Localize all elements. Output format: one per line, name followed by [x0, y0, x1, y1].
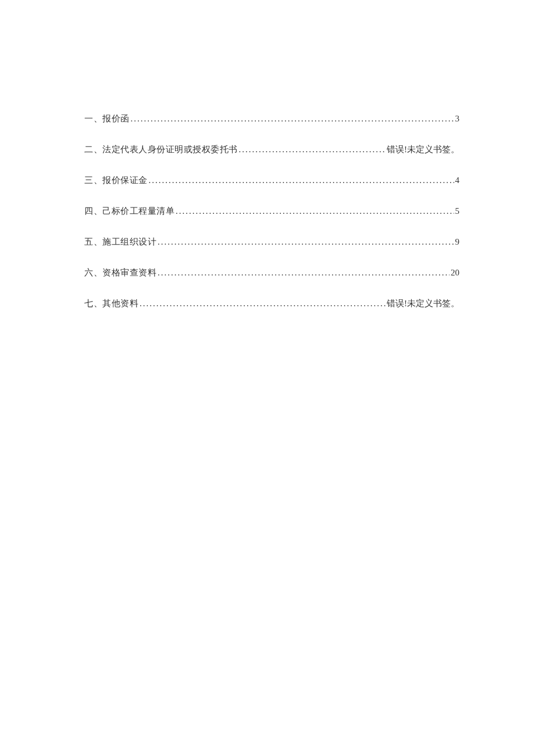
toc-leader-dots [176, 206, 454, 216]
toc-label: 四、己标价工程量清单 [84, 206, 174, 217]
toc-page-number: 3 [455, 114, 460, 124]
toc-entry: 四、己标价工程量清单 5 [84, 206, 459, 217]
toc-label: 三、报价保证金 [84, 175, 148, 186]
toc-leader-dots [140, 299, 386, 309]
toc-entry: 六、资格审查资料 20 [84, 267, 459, 278]
toc-leader-dots [149, 175, 454, 185]
toc-entry: 三、报价保证金 4 [84, 175, 459, 186]
toc-leader-dots [131, 114, 454, 124]
toc-label: 一、报价函 [84, 113, 130, 124]
toc-leader-dots [239, 145, 386, 155]
toc-page-number: 5 [455, 206, 460, 216]
toc-label: 六、资格审查资料 [84, 267, 156, 278]
toc-entry: 二、法定代表人身份证明或授权委托书 错误!未定义书签。 [84, 144, 459, 155]
toc-page-number: 4 [455, 175, 460, 185]
toc-label: 七、其他资料 [84, 298, 138, 309]
toc-label: 二、法定代表人身份证明或授权委托书 [84, 144, 238, 155]
toc-leader-dots [158, 268, 450, 278]
table-of-contents: 一、报价函 3 二、法定代表人身份证明或授权委托书 错误!未定义书签。 三、报价… [84, 113, 459, 309]
toc-label: 五、施工组织设计 [84, 237, 156, 248]
toc-page-number: 20 [451, 268, 459, 278]
toc-page-number: 9 [455, 237, 460, 247]
toc-entry: 一、报价函 3 [84, 113, 459, 124]
toc-entry: 五、施工组织设计 9 [84, 237, 459, 248]
toc-page-error: 错误!未定义书签。 [387, 144, 459, 155]
toc-page-error: 错误!未定义书签。 [387, 298, 459, 309]
toc-leader-dots [158, 237, 454, 247]
toc-entry: 七、其他资料 错误!未定义书签。 [84, 298, 459, 309]
